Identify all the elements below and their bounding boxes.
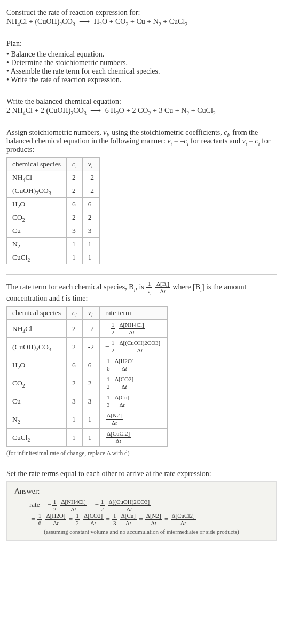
col-nui: νi: [82, 158, 99, 171]
table-row: N2 1 1 Δ[N2]Δt: [7, 410, 168, 429]
final-section: Set the rate terms equal to each other t…: [6, 465, 277, 545]
table-row: (CuOH)2CO32-2: [7, 184, 100, 198]
plan-item: Balance the chemical equation.: [6, 50, 277, 59]
plan-section: Plan: Balance the chemical equation. Det…: [6, 35, 277, 88]
plan-item: Determine the stoichiometric numbers.: [6, 59, 277, 67]
rate-expression: rate = −12 Δ[NH4Cl]Δt = −12 Δ[(CuOH)2CO3…: [14, 498, 269, 526]
col-ci: ci: [67, 158, 83, 171]
rate-term-table: chemical species ci νi rate term NH4Cl 2…: [6, 306, 168, 447]
stoich-table: chemical species ci νi NH4Cl2-2 (CuOH)2C…: [6, 157, 100, 264]
table-row: Cu33: [7, 224, 100, 238]
col-ci: ci: [67, 307, 83, 320]
infinitesimal-note: (for infinitesimal rate of change, repla…: [6, 450, 277, 456]
divider: [6, 33, 277, 33]
stoich-section: Assign stoichiometric numbers, νi, using…: [6, 124, 277, 272]
intro-section: Construct the rate of reaction expressio…: [6, 4, 277, 30]
divider: [6, 91, 277, 91]
unbalanced-equation: NH4Cl + (CuOH)2CO3 ⟶ H2O + CO2 + Cu + N2…: [6, 17, 277, 26]
answer-assumption-note: (assuming constant volume and no accumul…: [14, 528, 269, 535]
col-species: chemical species: [7, 158, 67, 171]
table-row: CO2 2 2 12 Δ[CO2]Δt: [7, 374, 168, 392]
col-nui: νi: [82, 307, 99, 320]
balanced-heading: Write the balanced chemical equation:: [6, 98, 277, 106]
table-row: Cu 3 3 13 Δ[Cu]Δt: [7, 392, 168, 410]
table-row: N211: [7, 238, 100, 251]
plan-heading: Plan:: [6, 39, 277, 48]
plan-item: Write the rate of reaction expression.: [6, 76, 277, 84]
answer-box: Answer: rate = −12 Δ[NH4Cl]Δt = −12 Δ[(C…: [6, 481, 277, 541]
set-equal-text: Set the rate terms equal to each other t…: [6, 470, 277, 478]
rate-term-intro: The rate term for each chemical species,…: [6, 281, 277, 303]
balanced-section: Write the balanced chemical equation: 2 …: [6, 93, 277, 119]
stoich-intro: Assign stoichiometric numbers, νi, using…: [6, 128, 277, 154]
table-row: NH4Cl2-2: [7, 171, 100, 184]
table-row: NH4Cl 2 -2 −12 Δ[NH4Cl]Δt: [7, 320, 168, 338]
divider: [6, 122, 277, 122]
col-rate-term: rate term: [100, 307, 168, 320]
balanced-equation: 2 NH4Cl + 2 (CuOH)2CO3 ⟶ 6 H2O + 2 CO2 +…: [6, 106, 277, 115]
plan-item: Assemble the rate term for each chemical…: [6, 67, 277, 76]
divider: [6, 274, 277, 275]
table-row: H2O66: [7, 198, 100, 211]
table-row: (CuOH)2CO3 2 -2 −12 Δ[(CuOH)2CO3]Δt: [7, 338, 168, 356]
divider: [6, 463, 277, 463]
col-species: chemical species: [7, 307, 67, 320]
intro-line: Construct the rate of reaction expressio…: [6, 9, 277, 17]
answer-label: Answer:: [14, 487, 269, 496]
rate-term-section: The rate term for each chemical species,…: [6, 277, 277, 461]
table-row: H2O 6 6 16 Δ[H2O]Δt: [7, 356, 168, 374]
plan-list: Balance the chemical equation. Determine…: [6, 50, 277, 84]
table-row: CuCl2 1 1 Δ[CuCl2]Δt: [7, 429, 168, 447]
table-row: CO222: [7, 211, 100, 224]
table-row: CuCl211: [7, 251, 100, 264]
